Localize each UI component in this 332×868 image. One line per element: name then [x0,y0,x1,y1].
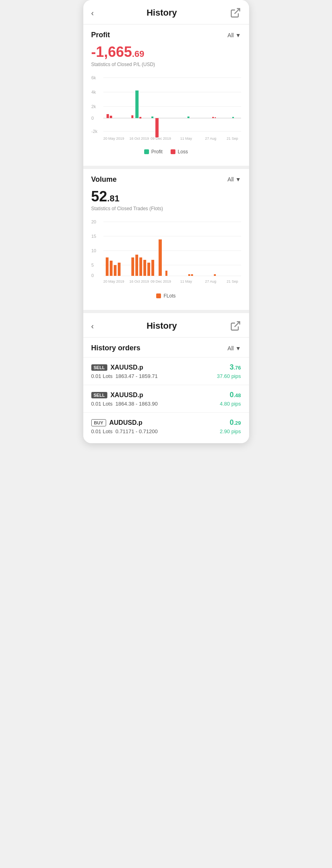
order-details: 0.01 Lots 0.71171 - 0.71200 [91,428,158,434]
history-back-button[interactable]: ‹ [91,321,94,331]
svg-rect-12 [107,114,109,118]
svg-text:21 Sep: 21 Sep [227,137,238,141]
profit-legend-color [144,149,149,154]
svg-text:4k: 4k [91,90,96,94]
svg-text:0: 0 [91,116,94,121]
flots-legend-label: FLots [163,293,175,299]
history-orders-filter[interactable]: All ▼ [227,345,241,352]
order-badge-sell: SELL [91,364,107,371]
svg-rect-13 [110,116,112,118]
order-symbol: XAUUSD.p [111,392,143,399]
svg-text:20: 20 [91,219,96,224]
order-profit: 0.48 [229,391,241,399]
profit-filter[interactable]: All ▼ [227,32,241,38]
back-button[interactable]: ‹ [91,8,94,18]
volume-filter[interactable]: All ▼ [227,176,241,183]
svg-text:09 Dec 2019: 09 Dec 2019 [151,137,171,141]
svg-text:27 Aug: 27 Aug [205,279,216,283]
svg-rect-39 [106,257,109,276]
volume-content: 52.81 Statistics of Closed Trades (Flots… [83,189,249,307]
svg-rect-21 [215,117,216,118]
volume-chart: 20 15 10 5 0 [91,218,241,290]
svg-text:16 Oct 2019: 16 Oct 2019 [129,137,149,141]
history-orders-title: History orders [91,344,141,352]
svg-rect-18 [151,117,153,118]
order-symbol: XAUUSD.p [111,364,143,371]
order-badge-sell: SELL [91,392,107,398]
volume-header: Volume All ▼ [83,169,249,189]
flots-legend-color [156,293,161,298]
svg-text:11 May: 11 May [180,279,192,283]
profit-title: Profit [91,31,110,39]
svg-text:0: 0 [91,273,94,278]
top-header: ‹ History [83,0,249,24]
svg-rect-22 [232,117,234,118]
svg-text:16 Oct 2019: 16 Oct 2019 [129,279,149,283]
order-pips: 37.60 pips [217,373,241,379]
svg-rect-46 [143,260,146,276]
svg-rect-16 [139,117,141,119]
svg-rect-47 [147,263,150,276]
volume-subtitle: Statistics of Closed Trades (Flots) [91,206,241,211]
profit-content: -1,665.69 Statistics of Closed P/L (USD)… [83,44,249,163]
svg-rect-52 [191,274,193,276]
order-item[interactable]: SELL XAUUSD.p 3.76 0.01 Lots 1863.47 - 1… [83,357,249,385]
loss-legend-color [171,149,175,154]
svg-rect-43 [131,257,134,276]
svg-text:21 Sep: 21 Sep [227,279,238,283]
svg-rect-53 [214,274,216,276]
volume-legend: FLots [91,293,241,299]
svg-rect-49 [159,239,162,276]
profit-legend-label: Profit [151,149,163,155]
volume-title: Volume [91,175,117,184]
svg-rect-41 [114,265,117,276]
svg-rect-15 [131,115,133,118]
order-pips: 2.90 pips [220,428,241,434]
svg-rect-42 [118,263,121,276]
profit-chart: 6k 4k 2k 0 -2k [91,74,241,146]
svg-text:20 May 2019: 20 May 2019 [103,137,124,141]
svg-rect-19 [187,117,189,118]
history-export-icon[interactable] [230,320,241,332]
order-symbol: AUDUSD.p [109,419,143,426]
svg-rect-14 [135,90,139,118]
history-orders-header: History orders All ▼ [83,338,249,357]
loss-legend-label: Loss [178,149,188,155]
order-profit: 0.29 [229,418,241,427]
svg-text:11 May: 11 May [180,137,192,141]
svg-rect-44 [135,255,138,276]
profit-section: Profit All ▼ -1,665.69 Statistics of Clo… [83,24,249,163]
order-details: 0.01 Lots 1863.47 - 1859.71 [91,373,158,379]
order-profit: 3.76 [229,363,241,372]
svg-line-0 [234,9,239,14]
history-orders-section: History orders All ▼ SELL XAUUSD.p 3.76 … [83,338,249,440]
profit-subtitle: Statistics of Closed P/L (USD) [91,62,241,67]
svg-rect-20 [212,117,214,118]
svg-text:2k: 2k [91,104,96,109]
profit-value: -1,665.69 [91,44,241,60]
order-details: 0.01 Lots 1864.38 - 1863.90 [91,401,158,407]
order-item[interactable]: BUY AUDUSD.p 0.29 0.01 Lots 0.71171 - 0.… [83,412,249,440]
export-icon[interactable] [230,7,241,18]
svg-text:20 May 2019: 20 May 2019 [103,279,124,283]
order-pips: 4.80 pips [220,401,241,407]
volume-section: Volume All ▼ 52.81 Statistics of Closed … [83,169,249,307]
svg-text:-2k: -2k [91,129,98,134]
profit-header: Profit All ▼ [83,24,249,44]
volume-value: 52.81 [91,189,241,205]
svg-rect-48 [151,260,154,276]
history-title: History [147,321,177,331]
svg-rect-17 [155,118,159,137]
svg-rect-51 [188,274,190,276]
svg-text:5: 5 [91,263,94,267]
svg-text:27 Aug: 27 Aug [205,137,216,141]
svg-text:15: 15 [91,234,96,239]
svg-rect-50 [165,271,167,276]
svg-line-60 [234,322,239,327]
svg-text:09 Dec 2019: 09 Dec 2019 [151,279,171,283]
history-header: ‹ History [83,313,249,338]
profit-legend: Profit Loss [91,149,241,155]
order-item[interactable]: SELL XAUUSD.p 0.48 0.01 Lots 1864.38 - 1… [83,385,249,412]
order-badge-buy: BUY [91,419,106,426]
svg-text:10: 10 [91,248,96,253]
